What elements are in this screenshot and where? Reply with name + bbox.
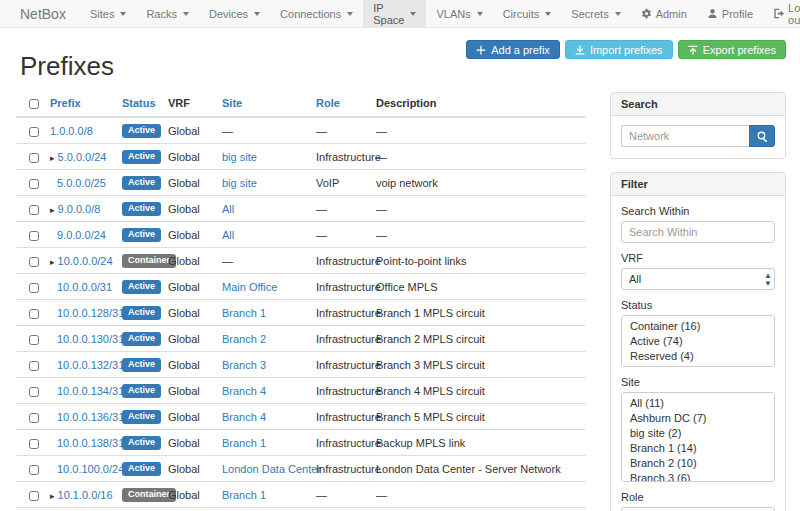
- listbox-option[interactable]: Branch 3 (6): [622, 471, 774, 482]
- site-link[interactable]: Main Office: [222, 281, 277, 293]
- row-checkbox[interactable]: [29, 309, 39, 319]
- filter-panel: Filter Search Within VRF All ▲▼ Status C…: [610, 172, 786, 511]
- filter-panel-title: Filter: [611, 173, 785, 196]
- prefix-link[interactable]: 10.0.0.134/31: [57, 385, 124, 397]
- vrf-select[interactable]: All ▲▼: [621, 268, 775, 290]
- column-header-status[interactable]: Status: [114, 92, 160, 117]
- prefix-link[interactable]: 10.0.0.0/24: [58, 255, 113, 267]
- row-checkbox[interactable]: [29, 465, 39, 475]
- nav-item-log-out[interactable]: Log out: [763, 0, 800, 27]
- prefix-link[interactable]: 10.0.100.0/24: [57, 463, 124, 475]
- expand-children-icon[interactable]: ▸: [50, 153, 55, 163]
- column-header-link[interactable]: Role: [316, 97, 340, 109]
- prefix-link[interactable]: 5.0.0.0/24: [58, 151, 107, 163]
- nav-item-admin[interactable]: Admin: [631, 0, 697, 27]
- export-prefixes-button[interactable]: Export prefixes: [678, 40, 786, 59]
- row-checkbox[interactable]: [29, 413, 39, 423]
- prefix-link[interactable]: 9.0.0.0/24: [57, 229, 106, 241]
- listbox-option[interactable]: big site (2): [622, 426, 774, 441]
- listbox-option[interactable]: Reserved (4): [622, 349, 774, 364]
- site-link[interactable]: London Data Center: [222, 463, 321, 475]
- prefix-link[interactable]: 10.0.0.136/31: [57, 411, 124, 423]
- prefix-link[interactable]: 10.1.0.0/16: [58, 489, 113, 501]
- listbox-option[interactable]: All (11): [622, 396, 774, 411]
- role-filter-label: Role: [621, 491, 775, 503]
- site-link[interactable]: Branch 3: [222, 359, 266, 371]
- row-checkbox[interactable]: [29, 283, 39, 293]
- prefix-link[interactable]: 1.0.0.0/8: [50, 125, 93, 137]
- select-all-checkbox[interactable]: [29, 99, 39, 109]
- site-listbox[interactable]: All (11)Ashburn DC (7)big site (2)Branch…: [621, 392, 775, 482]
- nav-item-devices[interactable]: Devices: [199, 0, 270, 27]
- column-header-link[interactable]: Prefix: [50, 97, 81, 109]
- column-header-description: Description: [368, 92, 586, 117]
- listbox-option[interactable]: Branch 2 (10): [622, 456, 774, 471]
- expand-children-icon[interactable]: ▸: [50, 491, 55, 501]
- role-listbox[interactable]: Infrastructure (25)Management (8)Private…: [621, 507, 775, 511]
- listbox-option[interactable]: Active (74): [622, 334, 774, 349]
- prefix-link[interactable]: 10.0.0.128/31: [57, 307, 124, 319]
- row-checkbox[interactable]: [29, 387, 39, 397]
- site-link[interactable]: Branch 4: [222, 411, 266, 423]
- row-checkbox[interactable]: [29, 179, 39, 189]
- column-header-site[interactable]: Site: [214, 92, 308, 117]
- listbox-option[interactable]: Ashburn DC (7): [622, 411, 774, 426]
- navbar-brand[interactable]: NetBox: [0, 0, 80, 27]
- nav-item-profile[interactable]: Profile: [697, 0, 763, 27]
- search-button[interactable]: [749, 125, 775, 147]
- listbox-option[interactable]: Branch 1 (14): [622, 441, 774, 456]
- nav-item-label: Profile: [722, 8, 753, 20]
- nav-item-secrets[interactable]: Secrets: [561, 0, 630, 27]
- site-link[interactable]: big site: [222, 177, 257, 189]
- row-checkbox[interactable]: [29, 439, 39, 449]
- listbox-option[interactable]: Deprecated (1): [622, 364, 774, 367]
- row-checkbox[interactable]: [29, 257, 39, 267]
- role-cell: VoIP: [308, 170, 368, 196]
- expand-children-icon[interactable]: ▸: [50, 257, 55, 267]
- expand-children-icon[interactable]: ▸: [50, 205, 55, 215]
- site-link[interactable]: Branch 4: [222, 385, 266, 397]
- prefix-link[interactable]: 5.0.0.0/25: [57, 177, 106, 189]
- row-checkbox[interactable]: [29, 231, 39, 241]
- import-prefixes-button[interactable]: Import prefixes: [565, 40, 673, 59]
- column-header-role[interactable]: Role: [308, 92, 368, 117]
- add-prefix-button[interactable]: Add a prefix: [466, 40, 560, 59]
- row-checkbox[interactable]: [29, 491, 39, 501]
- nav-item-vlans[interactable]: VLANs: [426, 0, 492, 27]
- row-checkbox[interactable]: [29, 335, 39, 345]
- column-header-prefix[interactable]: Prefix: [42, 92, 114, 117]
- prefix-link[interactable]: 10.0.0.130/31: [57, 333, 124, 345]
- search-input[interactable]: [621, 125, 749, 147]
- site-link[interactable]: All: [222, 203, 234, 215]
- search-within-input[interactable]: [621, 221, 775, 243]
- role-cell: Infrastructure: [308, 144, 368, 170]
- row-checkbox[interactable]: [29, 361, 39, 371]
- status-listbox[interactable]: Container (16)Active (74)Reserved (4)Dep…: [621, 315, 775, 367]
- row-checkbox[interactable]: [29, 127, 39, 137]
- site-link[interactable]: Branch 2: [222, 333, 266, 345]
- listbox-option[interactable]: Container (16): [622, 319, 774, 334]
- nav-item-label: Devices: [209, 8, 248, 20]
- site-link[interactable]: Branch 1: [222, 307, 266, 319]
- site-link[interactable]: big site: [222, 151, 257, 163]
- description-cell: voip network: [368, 170, 586, 196]
- nav-item-ip-space[interactable]: IP Space: [363, 0, 426, 27]
- vrf-cell: Global: [160, 430, 214, 456]
- prefix-link[interactable]: 10.0.0.132/31: [57, 359, 124, 371]
- nav-item-connections[interactable]: Connections: [270, 0, 363, 27]
- nav-item-racks[interactable]: Racks: [136, 0, 199, 27]
- row-checkbox[interactable]: [29, 205, 39, 215]
- prefix-link[interactable]: 10.0.0.138/31: [57, 437, 124, 449]
- prefix-link[interactable]: 9.0.0.0/8: [58, 203, 101, 215]
- column-header-link[interactable]: Site: [222, 97, 242, 109]
- role-cell: Infrastructure: [308, 378, 368, 404]
- prefix-link[interactable]: 10.0.0.0/31: [57, 281, 112, 293]
- site-link[interactable]: Branch 1: [222, 437, 266, 449]
- site-link[interactable]: Branch 1: [222, 489, 266, 501]
- site-link[interactable]: All: [222, 229, 234, 241]
- row-checkbox[interactable]: [29, 153, 39, 163]
- nav-item-circuits[interactable]: Circuits: [493, 0, 562, 27]
- nav-item-sites[interactable]: Sites: [80, 0, 136, 27]
- column-header-link[interactable]: Status: [122, 97, 156, 109]
- table-row: 9.0.0.0/24ActiveGlobalAll——: [16, 222, 586, 248]
